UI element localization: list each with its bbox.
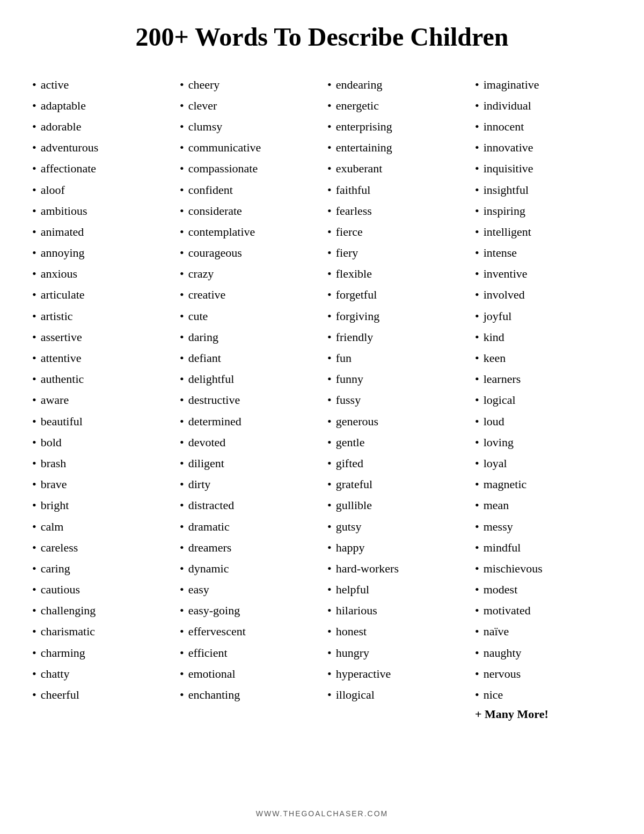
list-item: loyal [475,453,612,474]
list-item: imaginative [475,74,612,95]
list-item: crazy [180,263,317,284]
list-item: insightful [475,179,612,200]
list-item: loving [475,432,612,453]
list-item: adventurous [32,137,169,158]
list-item: learners [475,368,612,389]
list-item: gentle [327,432,464,453]
list-item: hard-workers [327,558,464,579]
list-item: forgetful [327,284,464,305]
list-item: gutsy [327,516,464,537]
list-item: fearless [327,200,464,221]
list-item: forgiving [327,306,464,327]
list-item: mean [475,495,612,516]
column-3: endearingenergeticenterprisingentertaini… [327,74,464,793]
list-item: caring [32,558,169,579]
list-item: destructive [180,389,317,410]
column-2: cheerycleverclumsycommunicativecompassio… [180,74,317,793]
list-item: kind [475,327,612,347]
list-item: brash [32,453,169,474]
list-item: helpful [327,579,464,600]
list-item: dirty [180,474,317,495]
list-item: faithful [327,179,464,200]
list-item: entertaining [327,137,464,158]
list-item: dynamic [180,558,317,579]
list-item: intense [475,242,612,263]
list-item: aloof [32,179,169,200]
list-item: daring [180,327,317,347]
footer-url: WWW.THEGOALCHASER.COM [256,809,389,818]
list-item: ambitious [32,200,169,221]
list-item: inquisitive [475,158,612,179]
list-item: efficient [180,642,317,663]
list-item: joyful [475,306,612,327]
list-item: logical [475,389,612,410]
page-title: 200+ Words To Describe Children [135,21,508,53]
list-item: messy [475,516,612,537]
list-item: fiery [327,242,464,263]
list-item: emotional [180,663,317,684]
list-item: easy [180,579,317,600]
list-item: intelligent [475,221,612,242]
list-item: enchanting [180,684,317,705]
list-item: confident [180,179,317,200]
list-item: devoted [180,432,317,453]
list-item: clumsy [180,116,317,137]
column-4: imaginativeindividualinnocentinnovativei… [475,74,612,793]
list-item: bold [32,432,169,453]
list-item: fun [327,347,464,368]
list-item: cautious [32,579,169,600]
list-item: hyperactive [327,663,464,684]
list-item: inspiring [475,200,612,221]
list-item: challenging [32,600,169,621]
list-item: generous [327,411,464,432]
list-item: determined [180,411,317,432]
list-item: naughty [475,642,612,663]
list-item: charismatic [32,621,169,642]
list-item: easy-going [180,600,317,621]
list-item: innocent [475,116,612,137]
list-item: considerate [180,200,317,221]
list-item: beautiful [32,411,169,432]
list-item: artistic [32,306,169,327]
list-item: distracted [180,495,317,516]
list-item: compassionate [180,158,317,179]
list-item: delightful [180,368,317,389]
list-item: individual [475,95,612,116]
list-item: calm [32,516,169,537]
list-item: modest [475,579,612,600]
list-item: charming [32,642,169,663]
list-item: active [32,74,169,95]
list-item: communicative [180,137,317,158]
list-item: hungry [327,642,464,663]
list-item: flexible [327,263,464,284]
list-item: fussy [327,389,464,410]
list-item: affectionate [32,158,169,179]
list-item: dramatic [180,516,317,537]
list-item: clever [180,95,317,116]
list-item: nervous [475,663,612,684]
list-item: cute [180,306,317,327]
list-item: nice [475,684,612,705]
list-item: innovative [475,137,612,158]
list-item: happy [327,537,464,558]
list-item: careless [32,537,169,558]
list-item: assertive [32,327,169,347]
list-item: defiant [180,347,317,368]
list-item: animated [32,221,169,242]
list-item: courageous [180,242,317,263]
list-item: chatty [32,663,169,684]
list-item: funny [327,368,464,389]
list-item: loud [475,411,612,432]
list-item: adaptable [32,95,169,116]
list-item: exuberant [327,158,464,179]
list-item: mindful [475,537,612,558]
list-item: naïve [475,621,612,642]
list-item: brave [32,474,169,495]
list-item: grateful [327,474,464,495]
list-item: contemplative [180,221,317,242]
list-item: involved [475,284,612,305]
list-item: keen [475,347,612,368]
word-columns: activeadaptableadorableadventurousaffect… [32,74,612,793]
list-item: adorable [32,116,169,137]
column-1: activeadaptableadorableadventurousaffect… [32,74,169,793]
